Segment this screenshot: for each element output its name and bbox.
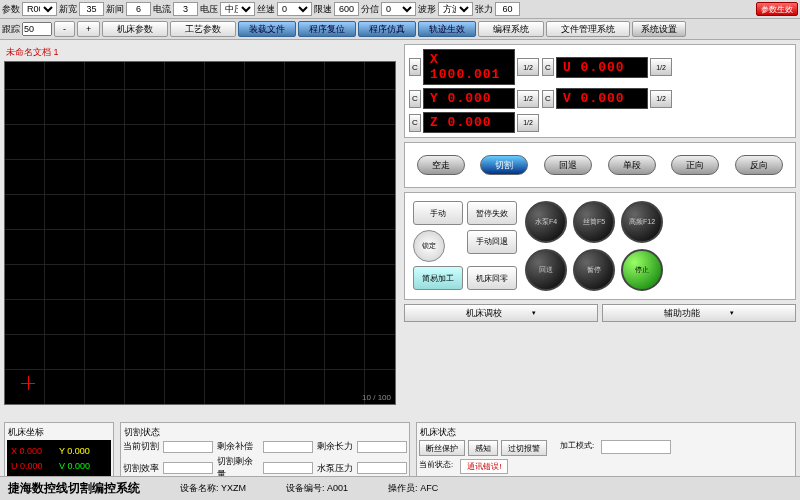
- xk-input[interactable]: [79, 2, 104, 16]
- pause-button[interactable]: 暂停: [573, 249, 615, 291]
- canvas-scale: 10 / 100: [362, 393, 391, 402]
- overcut-alarm-button[interactable]: 过切报警: [501, 440, 547, 456]
- load-file-button[interactable]: 装载文件: [238, 21, 296, 37]
- u-clear-button[interactable]: C: [542, 58, 554, 76]
- program-reset-button[interactable]: 程序复位: [298, 21, 356, 37]
- dl-input[interactable]: [173, 2, 198, 16]
- fx-select[interactable]: 0: [381, 2, 416, 16]
- process-params-button[interactable]: 工艺参数: [170, 21, 236, 37]
- x-half-button[interactable]: 1/2: [517, 58, 539, 76]
- plus-button[interactable]: +: [77, 21, 100, 37]
- mode-retract[interactable]: 回退: [544, 155, 592, 175]
- hf-button[interactable]: 高频F12: [621, 201, 663, 243]
- pump-button[interactable]: 水泵F4: [525, 201, 567, 243]
- aux-row: 机床调校 辅助功能: [404, 304, 796, 322]
- wire-break-button[interactable]: 断丝保护: [419, 440, 465, 456]
- u-readout: U 0.000: [556, 57, 648, 78]
- home-button[interactable]: 机床回零: [467, 266, 517, 290]
- apply-params-button[interactable]: 参数生效: [756, 2, 798, 16]
- canvas-title: 未命名文档 1: [4, 44, 396, 61]
- v-half-button[interactable]: 1/2: [650, 90, 672, 108]
- minus-button[interactable]: -: [54, 21, 75, 37]
- tension-field[interactable]: [357, 441, 407, 453]
- drawing-canvas[interactable]: 10 / 100: [4, 61, 396, 405]
- app-title: 捷海数控线切割编控系统: [8, 480, 140, 497]
- mode-field[interactable]: [601, 440, 671, 454]
- status-value: 通讯错误!: [460, 459, 508, 474]
- stop-button[interactable]: 停止: [621, 249, 663, 291]
- control-panel: 手动 暂停失效 锁定 手动回退 简易加工 机床回零 水泵F4 丝筒F5 高频F1…: [404, 192, 796, 300]
- aux-function-dropdown[interactable]: 辅助功能: [602, 304, 796, 322]
- canvas-grid: [5, 62, 395, 404]
- param-label: 参数: [2, 3, 20, 16]
- wire-drum-button[interactable]: 丝筒F5: [573, 201, 615, 243]
- main-toolbar: 跟踪 - + 机床参数 工艺参数 装载文件 程序复位 程序仿真 轨迹生效 编程系…: [0, 19, 800, 40]
- eff-field[interactable]: [163, 462, 213, 474]
- track-input[interactable]: [22, 22, 52, 36]
- bx-select[interactable]: 方波: [438, 2, 473, 16]
- x-readout: X 1000.001: [423, 49, 515, 85]
- dro-panel: CX 1000.0011/2 CU 0.0001/2 CY 0.0001/2 C…: [404, 44, 796, 138]
- lock-button[interactable]: 锁定: [413, 230, 445, 262]
- canvas-panel: 未命名文档 1 10 / 100: [0, 40, 400, 420]
- sense-button[interactable]: 感知: [468, 440, 498, 456]
- param-select[interactable]: R001: [22, 2, 57, 16]
- u-half-button[interactable]: 1/2: [650, 58, 672, 76]
- xj-input[interactable]: [126, 2, 151, 16]
- top-parameter-bar: 参数R001 新宽 新间 电流 电压中压 丝速0 限速 分信0 波形方波 张力 …: [0, 0, 800, 19]
- comp-field[interactable]: [263, 441, 313, 453]
- v-readout: V 0.000: [556, 88, 648, 109]
- dy-select[interactable]: 中压: [220, 2, 255, 16]
- mode-single[interactable]: 单段: [608, 155, 656, 175]
- origin-crosshair-icon: [21, 376, 35, 390]
- simple-process-button[interactable]: 简易加工: [413, 266, 463, 290]
- remain-field[interactable]: [263, 462, 313, 474]
- machine-adjust-dropdown[interactable]: 机床调校: [404, 304, 598, 322]
- v-clear-button[interactable]: C: [542, 90, 554, 108]
- programming-button[interactable]: 编程系统: [478, 21, 544, 37]
- footer-bar: 捷海数控线切割编控系统 设备名称: YXZM 设备编号: A001 操作员: A…: [0, 476, 800, 500]
- z-half-button[interactable]: 1/2: [517, 114, 539, 132]
- pressure-field[interactable]: [357, 462, 407, 474]
- mode-dry-run[interactable]: 空走: [417, 155, 465, 175]
- xs-input[interactable]: [334, 2, 359, 16]
- manual-retract-button[interactable]: 手动回退: [467, 230, 517, 254]
- mode-cut[interactable]: 切割: [480, 155, 528, 175]
- z-clear-button[interactable]: C: [409, 114, 421, 132]
- pause-disable-button[interactable]: 暂停失效: [467, 201, 517, 225]
- x-clear-button[interactable]: C: [409, 58, 421, 76]
- cur-cut-field[interactable]: [163, 441, 213, 453]
- program-sim-button[interactable]: 程序仿真: [358, 21, 416, 37]
- zl-input[interactable]: [495, 2, 520, 16]
- mode-reverse[interactable]: 反向: [735, 155, 783, 175]
- system-settings-button[interactable]: 系统设置: [632, 21, 686, 37]
- track-effect-button[interactable]: 轨迹生效: [418, 21, 476, 37]
- machine-params-button[interactable]: 机床参数: [102, 21, 168, 37]
- mode-selector: 空走 切割 回退 单段 正向 反向: [404, 142, 796, 188]
- y-half-button[interactable]: 1/2: [517, 90, 539, 108]
- manual-button[interactable]: 手动: [413, 201, 463, 225]
- y-clear-button[interactable]: C: [409, 90, 421, 108]
- mode-forward[interactable]: 正向: [671, 155, 719, 175]
- file-mgmt-button[interactable]: 文件管理系统: [546, 21, 630, 37]
- y-readout: Y 0.000: [423, 88, 515, 109]
- return-button[interactable]: 回送: [525, 249, 567, 291]
- ss-select[interactable]: 0: [277, 2, 312, 16]
- z-readout: Z 0.000: [423, 112, 515, 133]
